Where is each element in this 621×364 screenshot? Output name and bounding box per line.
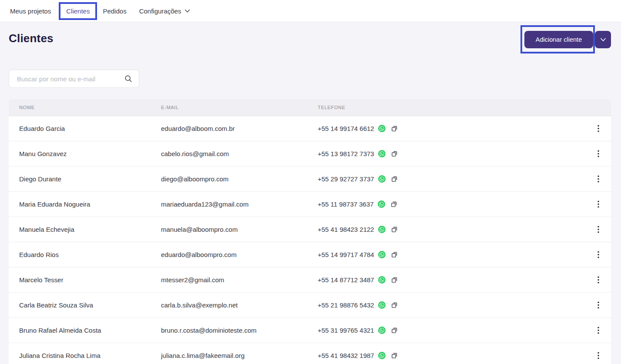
kebab-menu-icon[interactable] — [595, 274, 602, 285]
top-navbar: Meus projetos Clientes Pedidos Configura… — [0, 0, 621, 22]
table-row[interactable]: Carla Beatriz Souza Silva carla.b.silva@… — [9, 293, 611, 318]
client-phone: +55 41 98432 1987 — [318, 352, 374, 359]
column-header-telefone: TELEFONE — [318, 105, 586, 110]
table-body: Eduardo Garcia eduardo@alboom.com.br +55… — [9, 116, 611, 364]
row-actions-cell — [586, 199, 611, 210]
client-email-cell: bruno.r.costa@dominioteste.com — [161, 327, 318, 334]
client-email: carla.b.silva@exemplo.net — [161, 301, 238, 309]
client-name-cell: Juliana Cristina Rocha Lima — [9, 352, 161, 359]
table-row[interactable]: Eduardo Rios eduardo@alboompro.com +55 1… — [9, 242, 611, 267]
client-phone: +55 14 87712 3487 — [318, 276, 374, 284]
row-actions-cell — [586, 249, 611, 260]
client-name-cell: Eduardo Rios — [9, 251, 161, 258]
kebab-menu-icon[interactable] — [595, 350, 602, 361]
table-row[interactable]: Diego Durante diego@alboompro.com +55 29… — [9, 167, 611, 192]
client-email-cell: mariaeduarda123@gmail.com — [161, 200, 318, 208]
copy-icon[interactable] — [391, 176, 398, 182]
client-name: Juliana Cristina Rocha Lima — [19, 352, 101, 359]
client-phone: +55 41 98423 2122 — [318, 226, 374, 233]
search-icon[interactable] — [124, 75, 139, 83]
whatsapp-icon[interactable] — [378, 276, 386, 284]
copy-icon[interactable] — [391, 327, 398, 334]
whatsapp-icon[interactable] — [378, 175, 386, 183]
search-input[interactable] — [9, 75, 124, 83]
kebab-menu-icon[interactable] — [595, 148, 602, 159]
column-header-email: E-MAIL — [161, 105, 318, 110]
nav-item-meus-projetos[interactable]: Meus projetos — [10, 7, 51, 15]
copy-icon[interactable] — [391, 352, 398, 359]
add-client-button[interactable]: Adicionar cliente — [524, 31, 593, 48]
nav-item-clientes[interactable]: Clientes — [66, 7, 90, 15]
whatsapp-icon[interactable] — [378, 150, 386, 157]
client-name-cell: Diego Durante — [9, 175, 161, 183]
whatsapp-icon[interactable] — [378, 251, 386, 258]
row-actions-cell — [586, 300, 611, 311]
client-phone-cell: +55 41 98423 2122 — [318, 226, 586, 233]
annotation-box-clientes: Clientes — [59, 2, 97, 20]
client-phone-cell: +55 41 98432 1987 — [318, 352, 586, 359]
client-phone-cell: +55 29 92727 3737 — [318, 175, 586, 183]
whatsapp-icon[interactable] — [378, 200, 385, 208]
whatsapp-icon[interactable] — [378, 125, 386, 132]
nav-item-configuracoes[interactable]: Configurações — [139, 7, 191, 15]
kebab-menu-icon[interactable] — [595, 249, 602, 260]
kebab-menu-icon[interactable] — [595, 224, 602, 235]
page-title: Clientes — [9, 32, 54, 45]
kebab-menu-icon[interactable] — [595, 174, 602, 184]
client-name-cell: Bruno Rafael Almeida Costa — [9, 327, 161, 334]
row-actions-cell — [586, 148, 611, 159]
whatsapp-icon[interactable] — [378, 301, 386, 309]
table-row[interactable]: Maria Eduarda Nogueira mariaeduarda123@g… — [9, 192, 611, 217]
copy-icon[interactable] — [391, 201, 397, 207]
table-row[interactable]: Manu Gonzavez cabelo.rios@gmail.com +55 … — [9, 141, 611, 167]
copy-icon[interactable] — [391, 251, 398, 258]
column-header-nome: NOME — [9, 105, 161, 110]
table-row[interactable]: Marcelo Tesser mtesser2@gmail.com +55 14… — [9, 267, 611, 293]
table-row[interactable]: Juliana Cristina Rocha Lima juliana.c.li… — [9, 343, 611, 364]
client-name-cell: Manu Gonzavez — [9, 150, 161, 157]
client-email: manuela@alboompro.com — [161, 226, 238, 233]
nav-item-pedidos[interactable]: Pedidos — [103, 7, 126, 15]
client-name: Manu Gonzavez — [19, 150, 67, 157]
kebab-menu-icon[interactable] — [595, 325, 602, 336]
whatsapp-icon[interactable] — [378, 226, 386, 233]
whatsapp-icon[interactable] — [378, 352, 386, 359]
copy-icon[interactable] — [391, 125, 398, 132]
kebab-menu-icon[interactable] — [595, 123, 602, 134]
kebab-menu-icon[interactable] — [595, 300, 602, 311]
client-email: juliana.c.lima@fakeemail.org — [161, 352, 245, 359]
table-row[interactable]: Manuela Echevejia manuela@alboompro.com … — [9, 217, 611, 242]
client-email-cell: eduardo@alboom.com.br — [161, 125, 318, 132]
client-phone: +55 11 98737 3637 — [318, 200, 374, 208]
client-email-cell: cabelo.rios@gmail.com — [161, 150, 318, 157]
add-client-dropdown-button[interactable] — [595, 31, 611, 48]
client-email: mtesser2@gmail.com — [161, 276, 224, 284]
copy-icon[interactable] — [391, 226, 398, 233]
client-phone-cell: +55 14 87712 3487 — [318, 276, 586, 284]
client-name: Manuela Echevejia — [19, 226, 74, 233]
client-name: Marcelo Tesser — [19, 276, 63, 284]
client-name-cell: Marcelo Tesser — [9, 276, 161, 284]
client-name-cell: Manuela Echevejia — [9, 226, 161, 233]
client-email-cell: manuela@alboompro.com — [161, 226, 318, 233]
search-box — [9, 70, 139, 88]
client-phone: +55 29 92727 3737 — [318, 175, 374, 183]
client-name: Diego Durante — [19, 175, 61, 183]
client-email: mariaeduarda123@gmail.com — [161, 200, 248, 208]
table-row[interactable]: Bruno Rafael Almeida Costa bruno.r.costa… — [9, 318, 611, 343]
client-name-cell: Eduardo Garcia — [9, 125, 161, 132]
copy-icon[interactable] — [391, 302, 398, 308]
copy-icon[interactable] — [391, 150, 398, 157]
copy-icon[interactable] — [391, 277, 398, 283]
row-actions-cell — [586, 224, 611, 235]
kebab-menu-icon[interactable] — [595, 199, 602, 210]
client-name: Eduardo Rios — [19, 251, 59, 258]
client-phone: +55 14 99174 6612 — [318, 125, 374, 132]
client-email-cell: eduardo@alboompro.com — [161, 251, 318, 258]
row-actions-cell — [586, 350, 611, 361]
table-row[interactable]: Eduardo Garcia eduardo@alboom.com.br +55… — [9, 116, 611, 141]
whatsapp-icon[interactable] — [378, 327, 386, 334]
client-phone: +55 31 99765 4321 — [318, 327, 374, 334]
client-name: Bruno Rafael Almeida Costa — [19, 327, 101, 334]
client-phone-cell: +55 14 99717 4784 — [318, 251, 586, 258]
